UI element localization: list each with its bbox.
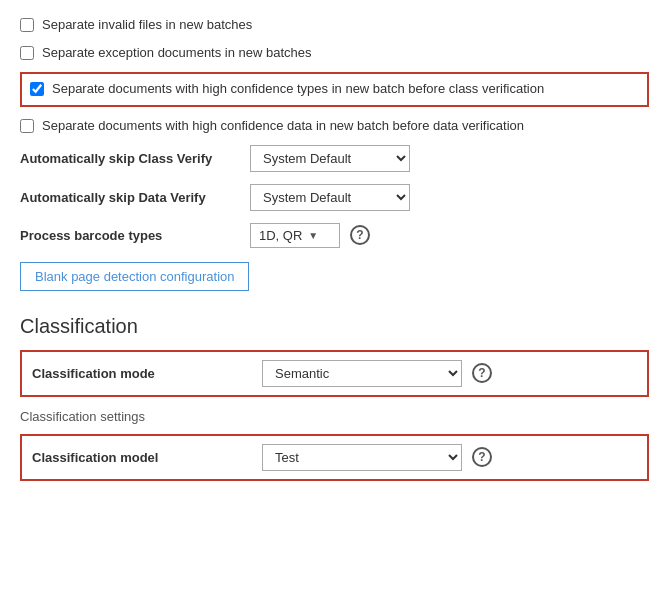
separate-high-confidence-data-label: Separate documents with high confidence … <box>42 117 524 135</box>
barcode-help-icon[interactable]: ? <box>350 225 370 245</box>
classification-mode-label: Classification mode <box>32 366 252 381</box>
chevron-down-icon: ▼ <box>308 230 318 241</box>
classification-model-row: Classification model Test Default Custom… <box>20 434 649 481</box>
classification-mode-help-icon[interactable]: ? <box>472 363 492 383</box>
classification-model-help-icon[interactable]: ? <box>472 447 492 467</box>
separate-exception-label: Separate exception documents in new batc… <box>42 44 312 62</box>
separate-high-confidence-data-row: Separate documents with high confidence … <box>20 117 649 135</box>
separate-high-confidence-row: Separate documents with high confidence … <box>20 72 649 106</box>
auto-skip-class-select[interactable]: System Default Yes No <box>250 145 410 172</box>
process-barcode-label: Process barcode types <box>20 228 240 243</box>
separate-high-confidence-label: Separate documents with high confidence … <box>52 80 544 98</box>
process-barcode-row: Process barcode types 1D, QR ▼ ? <box>20 223 649 248</box>
classification-settings-title: Classification settings <box>20 409 649 424</box>
auto-skip-data-select[interactable]: System Default Yes No <box>250 184 410 211</box>
classification-model-label: Classification model <box>32 450 252 465</box>
blank-page-detection-label: Blank page detection configuration <box>35 269 234 284</box>
auto-skip-class-label: Automatically skip Class Verify <box>20 151 240 166</box>
barcode-dropdown[interactable]: 1D, QR ▼ <box>250 223 340 248</box>
classification-mode-row: Classification mode Semantic Machine Lea… <box>20 350 649 397</box>
separate-high-confidence-data-checkbox[interactable] <box>20 119 34 133</box>
auto-skip-data-row: Automatically skip Data Verify System De… <box>20 184 649 211</box>
classification-section-title: Classification <box>20 315 649 338</box>
separate-high-confidence-checkbox[interactable] <box>30 82 44 96</box>
separate-invalid-checkbox[interactable] <box>20 18 34 32</box>
separate-invalid-row: Separate invalid files in new batches <box>20 16 649 34</box>
separate-exception-row: Separate exception documents in new batc… <box>20 44 649 62</box>
blank-page-detection-button[interactable]: Blank page detection configuration <box>20 262 249 291</box>
separate-exception-checkbox[interactable] <box>20 46 34 60</box>
classification-model-select[interactable]: Test Default Custom <box>262 444 462 471</box>
separate-invalid-label: Separate invalid files in new batches <box>42 16 252 34</box>
auto-skip-class-row: Automatically skip Class Verify System D… <box>20 145 649 172</box>
barcode-value: 1D, QR <box>259 228 302 243</box>
classification-mode-select[interactable]: Semantic Machine Learning Template <box>262 360 462 387</box>
auto-skip-data-label: Automatically skip Data Verify <box>20 190 240 205</box>
